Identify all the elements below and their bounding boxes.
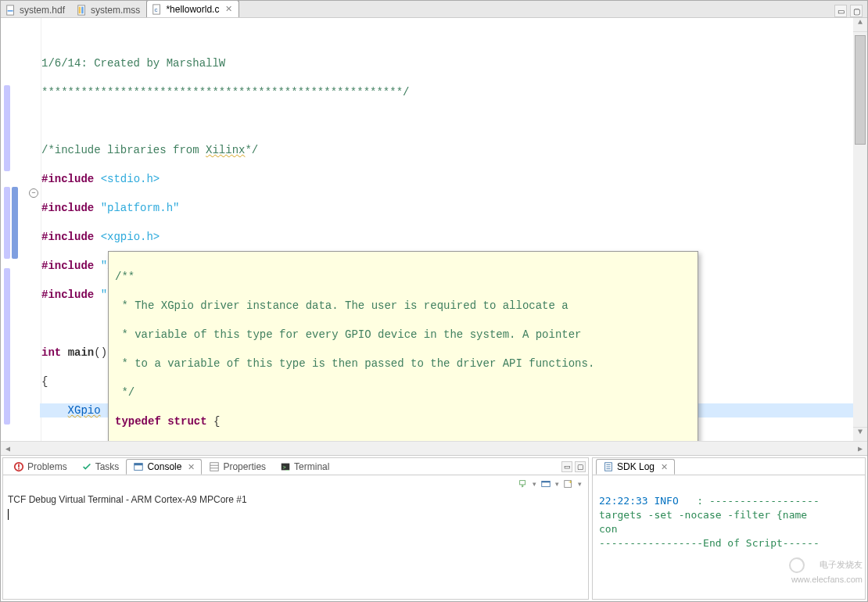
properties-icon — [209, 461, 220, 472]
terminal-icon: >_ — [280, 461, 291, 472]
svg-rect-17 — [520, 481, 525, 485]
minimize-button[interactable]: ▭ — [561, 461, 572, 472]
tab-system-hdf[interactable]: system.hdf — [0, 2, 72, 17]
vertical-scrollbar[interactable]: ▲ ▼ — [853, 18, 867, 441]
c-file-icon: c — [152, 4, 163, 15]
editor-pane: system.hdf system.mss c *helloworld.c ✕ … — [1, 1, 867, 456]
code-editor[interactable]: 1/6/14: Created by MarshallW ***********… — [41, 18, 853, 441]
close-icon[interactable]: ✕ — [188, 462, 195, 472]
tab-terminal[interactable]: >_ Terminal — [273, 459, 336, 475]
tasks-icon — [81, 461, 92, 472]
tab-label: *helloworld.c — [166, 4, 219, 15]
scroll-thumb[interactable] — [855, 35, 866, 145]
watermark: 电子发烧友 www.elecfans.com — [787, 556, 863, 584]
maximize-button[interactable]: ▢ — [575, 461, 586, 472]
close-icon[interactable]: ✕ — [225, 4, 232, 14]
tab-label: system.hdf — [20, 5, 65, 16]
sdk-log-tab-bar: SDK Log ✕ — [593, 458, 865, 475]
tab-console[interactable]: Console ✕ — [126, 459, 202, 475]
svg-rect-4 — [81, 6, 84, 13]
editor-tab-controls: ▭ ▢ — [834, 5, 867, 17]
tab-properties[interactable]: Properties — [202, 459, 273, 475]
change-marker — [4, 85, 10, 171]
tab-tasks[interactable]: Tasks — [74, 459, 127, 475]
scroll-up-button[interactable]: ▲ — [853, 18, 867, 32]
close-icon[interactable]: ✕ — [661, 462, 668, 472]
display-console-button[interactable] — [540, 478, 552, 490]
tab-label: system.mss — [91, 5, 140, 16]
open-console-button[interactable]: + — [562, 478, 575, 490]
editor-gutter: − — [1, 18, 41, 441]
svg-rect-1 — [8, 10, 13, 12]
scroll-right-button[interactable]: ▶ — [853, 444, 867, 453]
scroll-left-button[interactable]: ◀ — [1, 444, 15, 453]
console-output[interactable] — [3, 507, 588, 599]
problems-icon — [13, 461, 24, 472]
file-icon — [5, 5, 16, 16]
svg-rect-19 — [542, 482, 551, 483]
svg-rect-11 — [135, 464, 143, 466]
change-marker — [4, 268, 10, 425]
log-icon — [603, 461, 614, 472]
svg-rect-12 — [210, 462, 219, 471]
svg-rect-9 — [18, 468, 20, 469]
change-marker — [12, 187, 18, 259]
code-text: 1/6/14: Created by MarshallW — [41, 57, 225, 70]
console-panel: Problems Tasks Console ✕ Properties >_ T… — [2, 457, 589, 600]
console-toolbar: ▾ ▾ + ▾ — [3, 475, 588, 493]
tab-helloworld-c[interactable]: c *helloworld.c ✕ — [146, 0, 239, 17]
fold-toggle[interactable]: − — [29, 188, 38, 198]
tab-sdk-log[interactable]: SDK Log ✕ — [596, 459, 675, 475]
svg-text:+: + — [569, 478, 572, 486]
svg-text:>_: >_ — [283, 464, 289, 470]
pin-console-button[interactable] — [517, 478, 529, 490]
maximize-button[interactable]: ▢ — [850, 5, 863, 17]
svg-rect-8 — [18, 464, 20, 467]
svg-text:c: c — [155, 5, 158, 13]
console-title: TCF Debug Virtual Terminal - ARM Cortex-… — [3, 493, 588, 507]
scroll-down-button[interactable]: ▼ — [853, 427, 867, 441]
console-icon — [133, 461, 144, 472]
file-icon — [77, 5, 88, 16]
horizontal-scrollbar[interactable]: ◀ ▶ — [1, 441, 867, 455]
console-tab-bar: Problems Tasks Console ✕ Properties >_ T… — [3, 458, 588, 475]
hover-tooltip: /** * The XGpio driver instance data. Th… — [108, 251, 698, 441]
bottom-panels: Problems Tasks Console ✕ Properties >_ T… — [1, 456, 867, 601]
tab-problems[interactable]: Problems — [6, 459, 74, 475]
tab-system-mss[interactable]: system.mss — [71, 2, 147, 17]
change-marker — [4, 187, 10, 259]
minimize-button[interactable]: ▭ — [834, 5, 847, 17]
code-text: ****************************************… — [41, 86, 409, 99]
svg-rect-3 — [79, 6, 81, 13]
editor-tab-bar: system.hdf system.mss c *helloworld.c ✕ … — [1, 1, 867, 18]
code-comment: /*include libraries from Xilinx*/ — [41, 144, 258, 156]
